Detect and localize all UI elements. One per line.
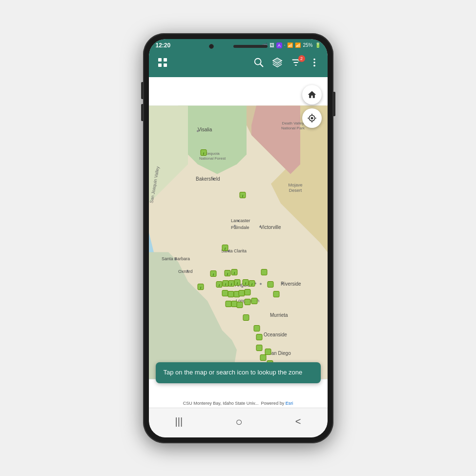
recent-apps-button[interactable]: ||| (166, 414, 193, 429)
svg-rect-87 (273, 291, 279, 297)
svg-rect-73 (226, 301, 231, 307)
svg-point-11 (313, 58, 315, 60)
svg-rect-82 (260, 354, 266, 360)
svg-rect-75 (237, 302, 243, 308)
svg-text:Death Valley: Death Valley (282, 121, 304, 125)
app-bar-right-icons: 2 (251, 55, 322, 73)
svg-rect-68 (222, 290, 228, 296)
svg-text:Visalia: Visalia (198, 126, 212, 132)
svg-text:Santa Barbara: Santa Barbara (162, 256, 190, 261)
location-button[interactable] (302, 108, 322, 128)
grid-icon[interactable] (155, 55, 170, 73)
svg-rect-71 (239, 290, 245, 296)
svg-rect-69 (228, 291, 234, 297)
svg-text:Victorville: Victorville (260, 224, 281, 229)
screen-content: 12:20 📹 🖼 A · 📶 📶 25% 🔋 (149, 39, 328, 437)
svg-text:National Forest: National Forest (199, 156, 226, 160)
svg-rect-85 (261, 269, 267, 275)
svg-point-101 (310, 117, 313, 119)
svg-point-12 (313, 62, 315, 63)
svg-rect-2 (158, 63, 162, 67)
svg-text:Mojave: Mojave (288, 182, 302, 187)
svg-text:Murrieta: Murrieta (270, 312, 288, 317)
svg-text:Oxnard: Oxnard (178, 269, 193, 273)
svg-rect-77 (251, 298, 257, 304)
svg-point-13 (313, 64, 315, 66)
svg-rect-3 (164, 63, 167, 67)
svg-line-5 (260, 64, 263, 66)
svg-rect-79 (254, 325, 260, 331)
map-area[interactable]: Visalia Bakersfield Lancaster Palmdale S… (149, 77, 328, 408)
tooltip-text: Tap on the map or search icon to lookup … (164, 369, 303, 376)
bottom-nav: ||| ○ < (149, 408, 328, 437)
map-tooltip: Tap on the map or search icon to lookup … (156, 362, 321, 383)
home-map-button[interactable] (302, 85, 322, 104)
svg-rect-86 (268, 281, 273, 287)
svg-rect-80 (256, 334, 262, 340)
svg-text:Riverside: Riverside (281, 281, 301, 286)
svg-point-31 (260, 283, 262, 285)
volume-up-button (141, 82, 143, 99)
phone-device: 12:20 📹 🖼 A · 📶 📶 25% 🔋 (143, 33, 333, 443)
svg-text:Oceanside: Oceanside (264, 331, 287, 337)
map-svg: Visalia Bakersfield Lancaster Palmdale S… (149, 77, 328, 408)
esri-link[interactable]: Esri (286, 401, 293, 406)
svg-rect-0 (158, 58, 162, 62)
layers-icon[interactable] (270, 55, 285, 73)
phone-notch (149, 39, 328, 54)
home-button[interactable]: ○ (226, 413, 252, 431)
attribution-text: CSU Monterey Bay, Idaho State Univ... (183, 401, 259, 406)
svg-text:San Diego: San Diego (268, 350, 291, 355)
filter-badge: 2 (298, 55, 305, 62)
svg-rect-81 (256, 345, 262, 351)
svg-rect-1 (164, 58, 167, 62)
svg-text:National Park: National Park (281, 125, 305, 130)
search-icon[interactable] (251, 55, 266, 73)
power-button (333, 92, 335, 116)
svg-rect-76 (245, 299, 250, 305)
svg-rect-74 (231, 301, 237, 307)
svg-rect-78 (243, 314, 249, 320)
powered-by-text: Powered by (261, 401, 285, 406)
front-camera (209, 44, 214, 49)
svg-text:Desert: Desert (289, 187, 302, 192)
more-icon[interactable] (307, 55, 322, 73)
svg-rect-83 (265, 349, 271, 354)
volume-down-button (141, 104, 143, 121)
svg-text:Lancaster: Lancaster (231, 218, 250, 223)
phone-screen: 12:20 📹 🖼 A · 📶 📶 25% 🔋 (149, 39, 328, 437)
svg-marker-6 (272, 58, 281, 63)
back-button[interactable]: < (286, 414, 311, 429)
svg-text:Bakersfield: Bakersfield (196, 176, 220, 181)
svg-text:Sequoia: Sequoia (205, 151, 220, 155)
filter-badge-wrapper: 2 (289, 57, 303, 71)
svg-text:Palmdale: Palmdale (231, 225, 249, 229)
earpiece (233, 45, 268, 48)
svg-rect-72 (245, 289, 250, 295)
map-attribution: CSU Monterey Bay, Idaho State Univ... Po… (149, 400, 328, 407)
app-bar: 2 (149, 51, 328, 77)
